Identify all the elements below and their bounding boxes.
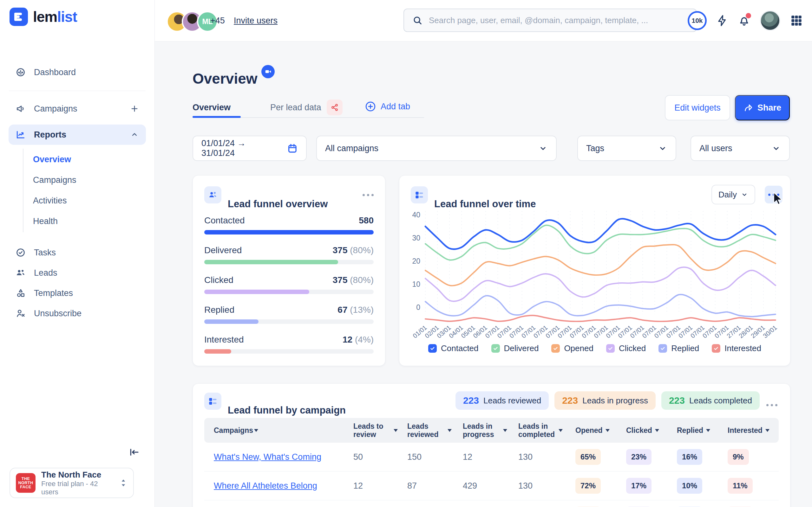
sidebar-subitem-campaigns[interactable]: Campaigns [23,170,154,190]
sidebar-subitem-health[interactable]: Health [23,211,154,232]
column-header-leads-in-progress[interactable]: Leads in progress [463,422,518,439]
column-header-leads-to-review[interactable]: Leads to review [353,422,407,439]
lead-status-badges: 223 Leads reviewed223 Leads in progress2… [455,391,760,410]
plus-circle-icon [365,101,376,112]
tab-per-lead-data[interactable]: Per lead data [270,103,321,112]
north-face-logo: THENORTHFACE [16,473,36,493]
card-menu-icon[interactable] [362,194,374,196]
table-cell-pct: 72% [575,478,626,494]
column-header-clicked[interactable]: Clicked [626,426,677,435]
badge-label: Leads reviewed [484,396,541,406]
sidebar-item-campaigns[interactable]: Campaigns [9,99,146,119]
card-menu-icon[interactable] [766,404,777,406]
interval-select[interactable]: Daily [711,185,755,205]
date-range-filter[interactable]: 01/01/24 → 31/01/24 [193,135,307,161]
svg-text:06/01: 06/01 [472,324,488,339]
svg-text:01/01: 01/01 [411,324,428,339]
tags-filter[interactable]: Tags [577,135,676,161]
search-input[interactable]: Search page, user, email, @domain, campa… [403,9,697,32]
svg-text:07/01: 07/01 [641,324,657,339]
sidebar-subitem-activities[interactable]: Activities [23,190,154,211]
campaign-link[interactable]: Where All Atheletes Belong [204,481,353,491]
legend-label: Opened [564,343,594,353]
user-avatar[interactable] [760,10,780,31]
legend-checkbox-icon [551,344,560,353]
sidebar-item-templates[interactable]: Templates [9,283,146,303]
legend-item-opened[interactable]: Opened [551,343,594,353]
column-header-opened[interactable]: Opened [575,426,626,435]
legend-checkbox-icon [658,344,667,353]
badge-count: 223 [562,395,578,406]
table-cell-pct: 10% [677,478,728,494]
sidebar-item-label: Tasks [34,248,56,258]
plus-icon[interactable] [130,104,139,113]
column-header-leads-reviewed[interactable]: Leads reviewed [407,422,463,439]
funnel-value: 67 (13%) [338,305,374,315]
sidebar-item-dashboard[interactable]: Dashboard [9,62,146,82]
lead-funnel-overview-card: Lead funnel overview Contacted 580 Deliv… [193,175,386,366]
column-header-replied[interactable]: Replied [677,426,728,435]
edit-widgets-button[interactable]: Edit widgets [665,95,730,120]
svg-text:40: 40 [412,211,420,219]
legend-item-clicked[interactable]: Clicked [606,343,646,353]
legend-item-delivered[interactable]: Delivered [491,343,539,353]
sort-icon [765,429,769,432]
svg-text:07/01: 07/01 [508,324,525,339]
search-icon [412,15,422,25]
lemlist-logo[interactable]: lemlist [9,8,77,26]
collapse-sidebar-icon[interactable] [126,445,142,459]
table-cell: 150 [407,452,463,462]
apps-grid-icon[interactable] [790,14,803,27]
sidebar-item-tasks[interactable]: Tasks [9,242,146,263]
legend-item-contacted[interactable]: Contacted [428,343,478,353]
legend-item-replied[interactable]: Replied [658,343,699,353]
funnel-bar-fill [204,230,374,234]
share-button[interactable]: Share [735,95,790,120]
credits-badge[interactable]: 10k [688,11,707,30]
legend-item-interested[interactable]: Interested [712,343,761,353]
tab-overview[interactable]: Overview [193,103,231,112]
funnel-value: 12 (4%) [343,335,374,345]
table-cell: 12 [353,481,407,491]
table-cell: 130 [518,481,575,491]
workspace-updown-icon [119,478,128,488]
sidebar-item-label: Leads [34,268,57,278]
status-badge: 223 Leads completed [661,391,760,410]
sidebar-item-reports[interactable]: Reports [9,124,146,145]
svg-text:07/01: 07/01 [665,324,681,339]
svg-text:04/01: 04/01 [448,324,464,339]
sidebar-subitem-overview[interactable]: Overview [23,149,154,170]
table-cell-pct: 17% [626,478,677,494]
campaigns-filter[interactable]: All campaigns [316,135,557,161]
users-filter[interactable]: All users [691,135,790,161]
legend-label: Replied [671,343,699,353]
svg-text:30/01: 30/01 [762,324,778,339]
lightning-icon[interactable] [716,14,728,26]
funnel-label: Contacted [204,216,245,226]
column-header-leads-in-completed[interactable]: Leads in completed [518,422,575,439]
sidebar-item-leads[interactable]: Leads [9,263,146,283]
legend-checkbox-icon [606,344,615,353]
table-row: Where All Atheletes Belong128742913072%1… [204,471,779,500]
column-header-interested[interactable]: Interested [728,426,779,435]
chevron-up-icon[interactable] [130,130,139,139]
svg-text:07/01: 07/01 [520,324,537,339]
funnel-label: Clicked [204,275,234,285]
campaigns-table: CampaignsLeads to reviewLeads reviewedLe… [204,418,779,507]
notifications-button[interactable] [738,14,751,27]
campaign-link[interactable]: What's New, What's Coming [204,452,353,462]
workspace-switcher[interactable]: THENORTHFACE The North Face Free trial p… [9,468,134,498]
page-title: Overview [193,70,258,87]
badge-label: Leads in progress [582,396,648,406]
share-nodes-icon[interactable] [327,100,343,115]
users-icon [15,268,26,278]
table-header: CampaignsLeads to reviewLeads reviewedLe… [204,418,779,443]
video-tutorial-icon[interactable] [261,65,275,78]
sidebar-item-unsubscribe[interactable]: Unsubscribe [9,303,146,324]
add-tab-button[interactable]: Add tab [365,101,410,112]
column-header-campaigns[interactable]: Campaigns [204,426,353,435]
chevron-down-icon [658,144,667,153]
user-x-icon [15,308,26,319]
funnel-value: 375 (80%) [333,275,374,285]
invite-users-link[interactable]: Invite users [234,16,277,26]
